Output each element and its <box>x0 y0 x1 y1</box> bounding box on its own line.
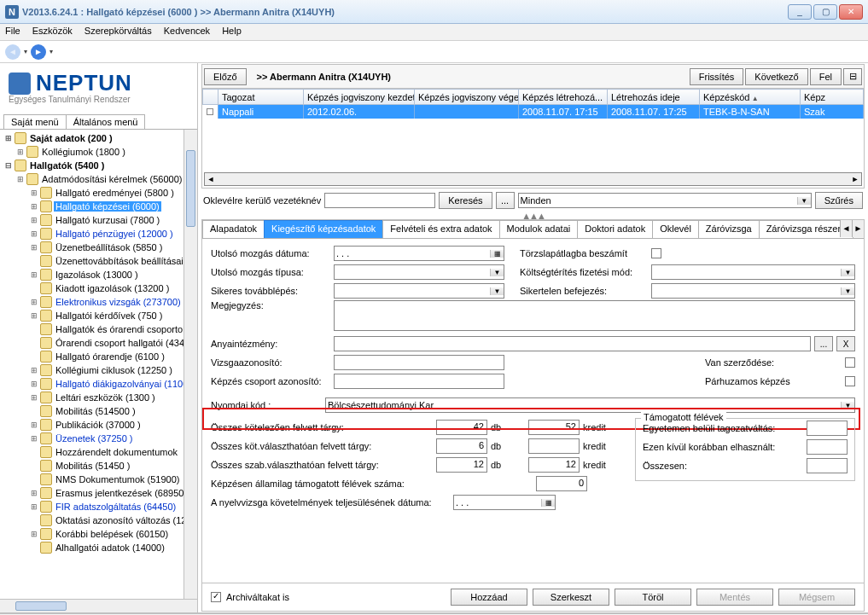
tree-node[interactable]: ⊞Korábbi belépések (60150) <box>0 527 197 541</box>
tab-kiegeszito[interactable]: Kiegészítő képzésadatok <box>264 220 383 238</box>
tree-node[interactable]: NMS Dokumentumok (51900) <box>0 473 197 486</box>
val-kotelezo-db[interactable]: 42 <box>436 420 487 435</box>
tab-scroll-right-icon[interactable]: ► <box>852 220 864 237</box>
grid-col-letrehoza[interactable]: Képzés létrehozá... <box>519 90 608 105</box>
val-tagozatvaltas[interactable] <box>807 421 848 436</box>
grid-col-letrehozasideje[interactable]: Létrehozás ideje <box>608 90 700 105</box>
tree-node[interactable]: ⊞Hallgató kurzusai (7800 ) <box>0 213 197 227</box>
tab-sajat-menu[interactable]: Saját menü <box>3 114 67 129</box>
save-button[interactable]: Mentés <box>696 589 773 606</box>
nav-back-chevron-icon[interactable]: ▾ <box>24 48 27 55</box>
scroll-left-icon[interactable]: ◄ <box>205 175 217 183</box>
up-button[interactable]: Fel <box>810 68 842 85</box>
field-nyomdai-kod[interactable]: Bölcsészettudományi Kar ▼ <box>325 397 855 413</box>
tree-node[interactable]: ⊞Hallgató diákigazolványai (1100) <box>0 377 197 391</box>
prev-record-button[interactable]: Előző <box>204 68 247 85</box>
tree-node[interactable]: ⊞Kollégiumok (1800 ) <box>0 145 197 159</box>
edit-button[interactable]: Szerkeszt <box>533 589 609 606</box>
val-osszesen[interactable] <box>807 458 848 473</box>
window-maximize-button[interactable]: ▢ <box>813 4 837 20</box>
cancel-button[interactable]: Mégsem <box>778 589 855 606</box>
field-utolso-mozgas-tipusa[interactable]: ▼ <box>334 264 504 280</box>
tree-node[interactable]: ⊞FIR adatszolgáltatás (64450) <box>0 500 197 513</box>
grid-header-row[interactable]: Tagozat Képzés jogviszony kezdete Képzés… <box>203 90 864 105</box>
grid-col-jogvkezdete[interactable]: Képzés jogviszony kezdete <box>304 90 415 105</box>
add-button[interactable]: Hozzáad <box>451 589 527 606</box>
val-allami[interactable]: 0 <box>536 476 587 491</box>
window-minimize-button[interactable]: _ <box>788 4 812 20</box>
delete-button[interactable]: Töröl <box>615 589 691 606</box>
val-korabban[interactable] <box>807 439 848 455</box>
tree-node[interactable]: Üzenettovábbítások beállításai <box>0 254 197 268</box>
field-sikertelen[interactable]: ▼ <box>651 283 855 299</box>
splitter-handle[interactable]: ▲▲▲ <box>201 212 865 219</box>
tree-node[interactable]: Hallgatók és órarendi csoportok <box>0 322 197 336</box>
field-vizsgaazon[interactable] <box>334 355 504 370</box>
data-grid[interactable]: Tagozat Képzés jogviszony kezdete Képzés… <box>201 88 865 189</box>
anyaintezmeny-clear-button[interactable]: X <box>836 336 855 351</box>
next-record-button[interactable]: Következő <box>745 68 807 85</box>
tree-node[interactable]: ⊞Adatmódosítási kérelmek (56000) <box>0 172 197 186</box>
tree-node[interactable]: ⊞Igazolások (13000 ) <box>0 268 197 281</box>
grid-col-select[interactable] <box>203 90 218 105</box>
tree-node[interactable]: ⊞Erasmus jelentkezések (68950) <box>0 486 197 500</box>
tab-scroll-left-icon[interactable]: ◄ <box>840 220 852 237</box>
tree-vscrollbar[interactable] <box>184 130 197 599</box>
anyaintezmeny-lookup-button[interactable]: ... <box>814 336 833 351</box>
tree-node[interactable]: Kiadott igazolások (13200 ) <box>0 281 197 295</box>
tab-alapadatok[interactable]: Alapadatok <box>202 220 265 238</box>
tree-node[interactable]: ⊞Kollégiumi ciklusok (12250 ) <box>0 363 197 377</box>
scroll-right-icon[interactable]: ► <box>849 175 861 183</box>
filter-combo[interactable]: Minden ▼ <box>518 193 812 208</box>
tree-node[interactable]: Alhallgatói adatok (14000) <box>0 541 197 554</box>
nav-back-button[interactable]: ◄ <box>5 44 20 60</box>
tree-node[interactable]: ⊞Hallgató eredményei (5800 ) <box>0 186 197 200</box>
chk-torzslap[interactable] <box>651 248 661 258</box>
menu-tools[interactable]: Eszközök <box>32 26 73 38</box>
tree-node[interactable]: Mobilitás (51450 ) <box>0 459 197 473</box>
chk-parh-kepzes[interactable] <box>845 376 855 386</box>
refresh-button[interactable]: Frissítés <box>690 68 744 85</box>
tab-modulok[interactable]: Modulok adatai <box>499 220 579 238</box>
tree-node[interactable]: ⊞Publikációk (37000 ) <box>0 418 197 432</box>
field-sikeres[interactable]: ▼ <box>334 283 504 299</box>
nav-forward-chevron-icon[interactable]: ▾ <box>50 48 53 55</box>
tree-node[interactable]: ⊞Üzenetek (37250 ) <box>0 432 197 445</box>
nav-forward-button[interactable]: ► <box>31 44 46 60</box>
tab-oklevel[interactable]: Oklevél <box>652 220 699 238</box>
field-koltsegterites[interactable]: ▼ <box>651 264 855 280</box>
tree-node[interactable]: Hallgató órarendje (6100 ) <box>0 350 197 363</box>
menu-help[interactable]: Help <box>222 26 242 38</box>
window-close-button[interactable]: ✕ <box>839 4 863 20</box>
tree-node[interactable]: ⊞Leltári eszközök (1300 ) <box>0 391 197 404</box>
tab-zarovizsga[interactable]: Záróvizsga <box>698 220 760 238</box>
field-utolso-mozgas-datuma[interactable]: . . . ▦ <box>334 246 504 261</box>
tree-node[interactable]: ⊞Elektronikus vizsgák (273700) <box>0 295 197 309</box>
grid-col-tagozat[interactable]: Tagozat <box>218 90 304 105</box>
tree-node[interactable]: ⊞Hallgató képzései (6000) <box>0 200 197 213</box>
menu-favorites[interactable]: Kedvencek <box>164 26 210 38</box>
tree-hscrollbar[interactable] <box>0 599 197 612</box>
field-kepzescsoport[interactable] <box>334 374 504 389</box>
field-anyaintezmeny[interactable] <box>334 336 811 351</box>
row-checkbox[interactable] <box>207 108 213 115</box>
grid-col-jogvvege[interactable]: Képzés jogviszony vége <box>415 90 519 105</box>
search-input[interactable] <box>324 193 435 208</box>
val-kotval-db[interactable]: 6 <box>436 438 487 454</box>
table-row[interactable]: Nappali 2012.02.06. 2008.11.07. 17:15 20… <box>203 105 864 119</box>
field-megjegyzes[interactable] <box>334 300 855 331</box>
tree-node[interactable]: ⊞Hallgatói kérdőívek (750 ) <box>0 309 197 322</box>
tree-node[interactable]: ⊞Saját adatok (200 ) <box>0 131 197 145</box>
tree-node[interactable]: Oktatási azonosító változás (120) <box>0 513 197 527</box>
pin-button[interactable]: ⊟ <box>843 68 862 85</box>
menu-file[interactable]: File <box>5 26 20 38</box>
tree-node[interactable]: ⊞Üzenetbeállítások (5850 ) <box>0 241 197 254</box>
val-kotelezo-kredit[interactable]: 52 <box>528 420 580 435</box>
chk-van-szerzodese[interactable] <box>845 357 855 368</box>
val-kotval-kredit[interactable] <box>528 438 580 454</box>
tree-node[interactable]: Mobilitás (514500 ) <box>0 404 197 418</box>
chk-archivaltakat[interactable]: ✓ <box>211 592 221 602</box>
tree-node[interactable]: ⊞Hallgató pénzügyei (12000 ) <box>0 227 197 241</box>
navigation-tree[interactable]: ⊞Saját adatok (200 )⊞Kollégiumok (1800 )… <box>0 130 197 599</box>
filter-button[interactable]: Szűrés <box>815 192 863 209</box>
